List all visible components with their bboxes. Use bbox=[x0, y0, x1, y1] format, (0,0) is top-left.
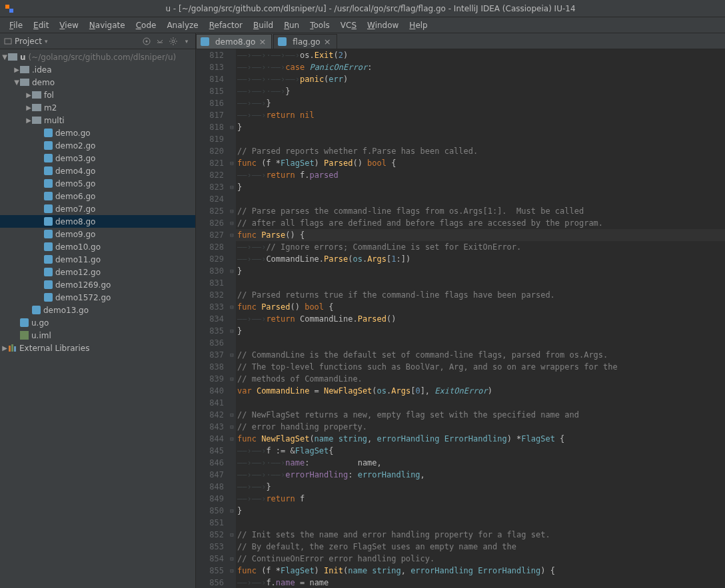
line-number[interactable]: 846 bbox=[196, 457, 224, 469]
code-line[interactable]: func (f *FlagSet) Init(name string, erro… bbox=[236, 565, 725, 577]
fold-mark-icon[interactable]: ⊟ bbox=[228, 349, 236, 361]
tree-file-demo10.go[interactable]: demo10.go bbox=[0, 240, 195, 253]
fold-mark-icon[interactable]: ⊟ bbox=[228, 229, 236, 241]
code-line[interactable]: // NewFlagSet returns a new, empty flag … bbox=[236, 409, 725, 421]
fold-mark-icon[interactable]: ⊟ bbox=[228, 529, 236, 541]
fold-mark-icon[interactable]: ⊟ bbox=[228, 265, 236, 277]
fold-mark-icon[interactable] bbox=[228, 253, 236, 265]
code-line[interactable]: ——›——›return nil bbox=[236, 109, 725, 121]
code-line[interactable]: ——›——›return f.parsed bbox=[236, 169, 725, 181]
code-area[interactable]: ——›——›·——›——›os.Exit(2)——›——›·——›case Pa… bbox=[236, 49, 725, 588]
fold-mark-icon[interactable] bbox=[228, 469, 236, 481]
tree-file-demo3.go[interactable]: demo3.go bbox=[0, 152, 195, 164]
tree-file-demo4.go[interactable]: demo4.go bbox=[0, 164, 195, 177]
fold-mark-icon[interactable]: ⊟ bbox=[228, 217, 236, 229]
tree-arrow-icon[interactable]: ▶ bbox=[25, 104, 32, 111]
tab-flag.go[interactable]: flag.go× bbox=[273, 34, 337, 49]
tree-demo[interactable]: ▼demo bbox=[0, 76, 195, 89]
code-line[interactable]: } bbox=[236, 121, 725, 133]
fold-mark-icon[interactable]: ⊟ bbox=[228, 181, 236, 193]
tab-close-icon[interactable]: × bbox=[259, 37, 266, 47]
code-line[interactable]: } bbox=[236, 505, 725, 517]
menu-analyze[interactable]: Analyze bbox=[161, 19, 203, 31]
line-number[interactable]: 829 bbox=[196, 253, 224, 265]
code-line[interactable] bbox=[236, 193, 725, 205]
tree-file-ugo[interactable]: u.go bbox=[0, 316, 195, 329]
line-number[interactable]: 833 bbox=[196, 301, 224, 313]
fold-mark-icon[interactable] bbox=[228, 385, 236, 397]
line-number[interactable]: 817 bbox=[196, 109, 224, 121]
line-number[interactable]: 834 bbox=[196, 313, 224, 325]
line-number[interactable]: 839 bbox=[196, 373, 224, 385]
menu-efactor[interactable]: Refactor bbox=[204, 19, 248, 31]
project-tree[interactable]: ▼u(~/golang/src/github.com/dlsniper/u)▶.… bbox=[0, 49, 195, 588]
fold-mark-icon[interactable] bbox=[228, 493, 236, 505]
line-number[interactable]: 821 bbox=[196, 157, 224, 169]
tree-arrow-icon[interactable]: ▶ bbox=[1, 344, 8, 352]
tree-file-demo1572.go[interactable]: demo1572.go bbox=[0, 291, 195, 304]
fold-mark-icon[interactable] bbox=[228, 169, 236, 181]
line-number[interactable]: 831 bbox=[196, 277, 224, 289]
menu-avigate[interactable]: Navigate bbox=[84, 19, 131, 31]
tree-arrow-icon[interactable]: ▶ bbox=[25, 91, 32, 99]
line-number[interactable]: 822 bbox=[196, 169, 224, 181]
menu-elp[interactable]: Help bbox=[404, 19, 432, 31]
fold-mark-icon[interactable] bbox=[228, 241, 236, 253]
menu-un[interactable]: Run bbox=[279, 19, 305, 31]
line-number[interactable]: 852 bbox=[196, 529, 224, 541]
code-line[interactable]: ——›——›// Ignore errors; CommandLine is s… bbox=[236, 241, 725, 253]
code-line[interactable] bbox=[236, 277, 725, 289]
code-line[interactable]: ——›——›f := &FlagSet{ bbox=[236, 445, 725, 457]
line-number[interactable]: 830 bbox=[196, 265, 224, 277]
line-number[interactable]: 812 bbox=[196, 49, 224, 61]
fold-mark-icon[interactable]: ⊟ bbox=[228, 409, 236, 421]
line-number[interactable]: 819 bbox=[196, 133, 224, 145]
tree-file-demo5.go[interactable]: demo5.go bbox=[0, 177, 195, 190]
line-number[interactable]: 828 bbox=[196, 241, 224, 253]
line-number[interactable]: 826 bbox=[196, 217, 224, 229]
line-number[interactable]: 820 bbox=[196, 145, 224, 157]
line-number[interactable]: 855 bbox=[196, 565, 224, 577]
code-line[interactable]: // The top-level functions such as BoolV… bbox=[236, 361, 725, 373]
code-line[interactable]: ——›——›·——›name: name, bbox=[236, 457, 725, 469]
fold-mark-icon[interactable] bbox=[228, 577, 236, 588]
code-line[interactable] bbox=[236, 517, 725, 529]
line-number[interactable]: 849 bbox=[196, 493, 224, 505]
code-line[interactable]: ——›——›·——›case PanicOnError: bbox=[236, 61, 725, 73]
fold-mark-icon[interactable]: ⊟ bbox=[228, 301, 236, 313]
tree-file-demo2.go[interactable]: demo2.go bbox=[0, 139, 195, 152]
fold-mark-icon[interactable]: ⊟ bbox=[228, 157, 236, 169]
tree-idea[interactable]: ▶.idea bbox=[0, 63, 195, 76]
target-icon[interactable] bbox=[142, 37, 151, 46]
fold-mark-icon[interactable] bbox=[228, 337, 236, 349]
tree-arrow-icon[interactable]: ▼ bbox=[13, 79, 20, 86]
menu-ile[interactable]: File bbox=[4, 19, 28, 31]
code-line[interactable]: // Init sets the name and error handling… bbox=[236, 529, 725, 541]
code-line[interactable]: } bbox=[236, 265, 725, 277]
tree-file-demo.go[interactable]: demo.go bbox=[0, 127, 195, 139]
menu-ode[interactable]: Code bbox=[131, 19, 162, 31]
fold-mark-icon[interactable] bbox=[228, 49, 236, 61]
tree-file-demo8.go[interactable]: demo8.go bbox=[0, 215, 195, 228]
line-number[interactable]: 841 bbox=[196, 397, 224, 409]
code-line[interactable] bbox=[236, 133, 725, 145]
line-number[interactable]: 850 bbox=[196, 505, 224, 517]
fold-mark-icon[interactable] bbox=[228, 541, 236, 553]
line-number[interactable]: 843 bbox=[196, 421, 224, 433]
tree-file-demo7.go[interactable]: demo7.go bbox=[0, 202, 195, 215]
tree-fol[interactable]: ▶fol bbox=[0, 89, 195, 101]
line-number[interactable]: 814 bbox=[196, 73, 224, 85]
fold-mark-icon[interactable]: ⊟ bbox=[228, 553, 236, 565]
menu-iew[interactable]: View bbox=[54, 19, 83, 31]
menu-vc[interactable]: VCS bbox=[335, 19, 362, 31]
line-number[interactable]: 824 bbox=[196, 193, 224, 205]
tree-external-libraries[interactable]: ▶External Libraries bbox=[0, 342, 195, 354]
tree-multi[interactable]: ▶multi bbox=[0, 114, 195, 127]
code-line[interactable]: // CommandLine is the default set of com… bbox=[236, 349, 725, 361]
line-number[interactable]: 813 bbox=[196, 61, 224, 73]
fold-mark-icon[interactable] bbox=[228, 397, 236, 409]
line-number[interactable]: 845 bbox=[196, 445, 224, 457]
code-line[interactable] bbox=[236, 337, 725, 349]
tree-arrow-icon[interactable]: ▶ bbox=[25, 117, 32, 124]
code-line[interactable]: ——›——›·——›} bbox=[236, 85, 725, 97]
